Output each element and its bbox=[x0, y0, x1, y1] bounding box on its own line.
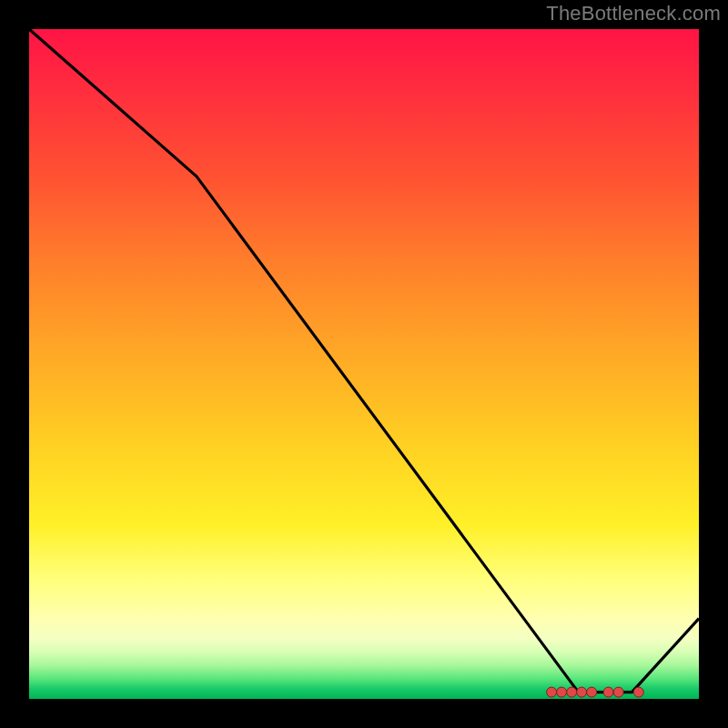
marker-point bbox=[577, 687, 587, 697]
marker-point bbox=[547, 687, 557, 697]
curve-layer bbox=[29, 29, 699, 693]
plot-area bbox=[29, 29, 699, 699]
marker-point bbox=[557, 687, 567, 697]
attribution-label: TheBottleneck.com bbox=[546, 2, 721, 25]
chart-svg bbox=[29, 29, 699, 699]
main-curve bbox=[29, 29, 699, 693]
marker-point bbox=[567, 687, 577, 697]
marker-point bbox=[633, 687, 643, 697]
marker-point bbox=[613, 687, 623, 697]
chart-frame: TheBottleneck.com bbox=[0, 0, 728, 728]
marker-point bbox=[603, 687, 613, 697]
marker-point bbox=[587, 687, 597, 697]
